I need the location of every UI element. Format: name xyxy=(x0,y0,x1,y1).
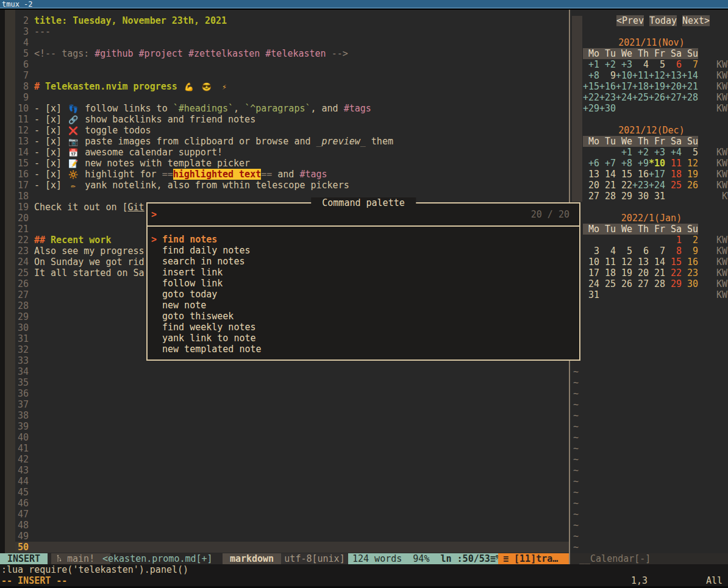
palette-item-goto-today[interactable]: goto today xyxy=(148,289,579,300)
day-cell[interactable]: 21 xyxy=(649,267,665,278)
tag-link[interactable]: #zettelkasten xyxy=(188,48,260,59)
day-cell[interactable]: 31 xyxy=(583,289,599,300)
day-cell[interactable]: +3 xyxy=(649,147,665,158)
day-cell[interactable]: 6 xyxy=(632,246,649,257)
git-link[interactable]: Git xyxy=(128,202,145,213)
editor-line-38[interactable]: 38 xyxy=(15,410,569,421)
tag-link[interactable]: #github xyxy=(95,48,133,59)
day-cell[interactable]: 22 xyxy=(616,180,632,191)
editor-line-6[interactable]: 6 xyxy=(15,59,569,70)
palette-item-new-note[interactable]: new note xyxy=(148,300,579,311)
day-cell[interactable]: +12 xyxy=(649,70,665,81)
day-cell[interactable]: 28 xyxy=(599,191,616,202)
tag-link[interactable]: #tags xyxy=(344,103,371,114)
palette-item-search-in-notes[interactable]: search in notes xyxy=(148,256,579,267)
day-cell[interactable]: +18 xyxy=(632,81,649,92)
editor-line-15[interactable]: 15- [x] 📝 new notes with template picker xyxy=(15,158,569,169)
day-cell[interactable]: 13 xyxy=(583,169,599,180)
palette-item-find-daily-notes[interactable]: find daily notes xyxy=(148,245,579,256)
day-cell[interactable]: +23 xyxy=(599,92,616,103)
day-cell[interactable]: 15 xyxy=(665,257,682,267)
day-cell[interactable]: +22 xyxy=(583,92,599,103)
day-cell[interactable]: 4 xyxy=(632,59,649,70)
day-cell[interactable]: 9 xyxy=(599,70,616,81)
day-cell[interactable]: 16 xyxy=(682,257,698,267)
day-cell[interactable]: 26 xyxy=(682,180,698,191)
day-cell[interactable]: +15 xyxy=(583,81,599,92)
editor-line-16[interactable]: 16- [x] 🔆 highlight for ==highlighted te… xyxy=(15,169,569,180)
editor-line-50[interactable]: 50 xyxy=(15,542,569,553)
nav-today-button[interactable]: Today xyxy=(649,15,677,26)
day-cell[interactable]: 13 xyxy=(632,257,649,267)
day-cell[interactable]: 27 xyxy=(632,278,649,289)
editor-line-7[interactable]: 7 xyxy=(15,70,569,81)
day-cell[interactable]: 30 xyxy=(632,191,649,202)
day-cell[interactable]: 5 xyxy=(616,246,632,257)
day-cell[interactable]: 12 xyxy=(682,158,698,169)
editor-line-37[interactable]: 37 xyxy=(15,399,569,410)
day-cell[interactable]: +7 xyxy=(599,158,616,169)
editor-line-18[interactable]: 18 xyxy=(15,191,569,202)
day-cell[interactable]: 7 xyxy=(682,59,698,70)
day-cell[interactable]: 8 xyxy=(665,246,682,257)
editor-line-45[interactable]: 45 xyxy=(15,487,569,498)
editor-line-35[interactable]: 35 xyxy=(15,377,569,388)
day-cell[interactable]: 4 xyxy=(599,246,616,257)
day-cell[interactable]: 15 xyxy=(616,169,632,180)
tag-link[interactable]: #telekasten xyxy=(265,48,326,59)
day-cell[interactable]: 14 xyxy=(599,169,616,180)
day-cell[interactable]: 11 xyxy=(665,158,682,169)
day-cell[interactable]: +10 xyxy=(616,70,632,81)
editor-line-46[interactable]: 46 xyxy=(15,498,569,509)
day-cell[interactable]: +28 xyxy=(682,92,698,103)
editor-line-9[interactable]: 9 xyxy=(15,92,569,103)
editor-line-2[interactable]: 2title: Tuesday, November 23th, 2021 xyxy=(15,15,569,26)
day-cell[interactable]: +11 xyxy=(632,70,649,81)
tag-link[interactable]: #tags xyxy=(299,169,327,180)
editor-line-10[interactable]: 10- [x] 👣 follow links to `#headings`, `… xyxy=(15,103,569,114)
day-cell[interactable]: 19 xyxy=(682,169,698,180)
day-cell[interactable]: 5 xyxy=(682,147,698,158)
day-cell[interactable]: +1 xyxy=(616,147,632,158)
day-cell[interactable]: +24 xyxy=(616,92,632,103)
palette-item-find-notes[interactable]: > find notes xyxy=(148,234,579,245)
day-cell[interactable]: +8 xyxy=(616,158,632,169)
day-cell[interactable]: +17 xyxy=(649,169,665,180)
day-cell[interactable]: 23 xyxy=(682,267,698,278)
day-cell[interactable]: 27 xyxy=(583,191,599,202)
editor-line-39[interactable]: 39 xyxy=(15,421,569,432)
day-cell[interactable]: +6 xyxy=(583,158,599,169)
day-cell[interactable]: 22 xyxy=(665,267,682,278)
day-cell[interactable]: 29 xyxy=(616,191,632,202)
tag-link[interactable]: #project xyxy=(139,48,183,59)
command-line[interactable]: :lua require('telekasten').panel() xyxy=(0,564,728,575)
editor-line-49[interactable]: 49 xyxy=(15,531,569,542)
day-cell[interactable]: +1 xyxy=(583,59,599,70)
palette-item-find-weekly-notes[interactable]: find weekly notes xyxy=(148,322,579,333)
editor-line-43[interactable]: 43 xyxy=(15,465,569,476)
day-cell[interactable]: 29 xyxy=(665,278,682,289)
day-cell[interactable]: 18 xyxy=(599,267,616,278)
day-cell[interactable]: 9 xyxy=(682,246,698,257)
day-cell[interactable]: 26 xyxy=(616,278,632,289)
day-cell[interactable]: 24 xyxy=(583,278,599,289)
editor-line-11[interactable]: 11- [x] 🔗 show backlinks and friend note… xyxy=(15,114,569,125)
day-cell[interactable]: +2 xyxy=(632,147,649,158)
calendar-pane[interactable]: <PrevTodayNext>2021/11(Nov)MoTuWeThFrSaS… xyxy=(570,10,728,553)
editor-line-4[interactable]: 4 xyxy=(15,37,569,48)
editor-line-34[interactable]: 34 xyxy=(15,366,569,377)
palette-item-follow-link[interactable]: follow link xyxy=(148,278,579,289)
editor-line-48[interactable]: 48 xyxy=(15,520,569,531)
day-cell[interactable]: +2 xyxy=(599,59,616,70)
editor-line-42[interactable]: 42 xyxy=(15,454,569,465)
palette-item-insert-link[interactable]: insert link xyxy=(148,267,579,278)
day-cell[interactable]: 20 xyxy=(583,180,599,191)
editor-line-36[interactable]: 36 xyxy=(15,388,569,399)
day-cell[interactable]: 30 xyxy=(682,278,698,289)
day-cell[interactable]: 3 xyxy=(583,246,599,257)
day-cell[interactable]: +25 xyxy=(632,92,649,103)
day-cell[interactable]: +9 xyxy=(632,158,649,169)
editor-line-47[interactable]: 47 xyxy=(15,509,569,520)
day-cell[interactable]: +4 xyxy=(665,147,682,158)
day-cell[interactable]: +17 xyxy=(616,81,632,92)
